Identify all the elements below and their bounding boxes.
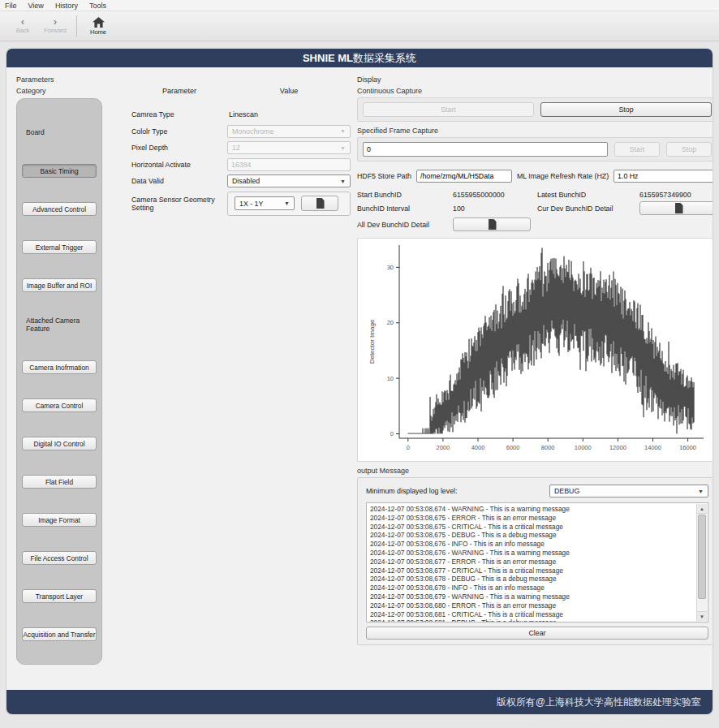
sensor-geometry-detail-button[interactable] [301, 196, 338, 211]
document-icon [488, 219, 497, 230]
category-button-transport-layer[interactable]: Transport Layer [22, 589, 97, 603]
category-button-file-access-control[interactable]: File Access Control [22, 551, 97, 565]
refresh-rate-label: ML Image Refresh Rate (HZ) [517, 172, 609, 180]
back-button[interactable]: ‹ Back [6, 18, 39, 34]
forward-button[interactable]: › Forward [39, 18, 71, 34]
camera-type-value: Linescan [227, 110, 351, 118]
pixel-depth-label: Pixel Depth [131, 144, 227, 152]
category-button-basic-timing[interactable]: Basic Timing [22, 164, 97, 178]
log-entry: 2024-12-07 00:53:08,677 - CRITICAL - Thi… [370, 566, 695, 575]
all-dev-bunchid-detail-button[interactable] [453, 218, 531, 231]
color-type-label: Cololr Type [131, 127, 227, 136]
cur-dev-bunchid-detail-button[interactable] [639, 201, 713, 215]
log-scrollbar[interactable]: ▲ ▼ [696, 504, 707, 621]
param-row-sensor-geometry: Camera Sensor Geometry Setting 1X - 1Y ▼ [131, 190, 351, 218]
specified-frame-input[interactable] [363, 142, 608, 157]
data-valid-value: Disabled [232, 177, 260, 185]
copyright-text: 版权所有@上海科技大学高性能数据处理实验室 [497, 696, 701, 709]
parameter-table: Parameter Value Camrea Type Linescan Col… [131, 87, 351, 665]
chevron-down-icon: ▼ [284, 200, 290, 206]
scroll-down-icon[interactable]: ▼ [697, 611, 707, 621]
cur-dev-bunchid-label: Cur Dev BunchID Detail [537, 205, 639, 213]
display-label: Display [357, 75, 713, 84]
svg-text:8000: 8000 [540, 444, 554, 451]
hdf5-path-label: HDF5 Store Path [357, 172, 411, 180]
category-column: Category Board Basic Timing Advanced Con… [16, 87, 115, 665]
log-entry: 2024-12-07 00:53:08,675 - CRITICAL - Thi… [370, 523, 695, 532]
category-button-image-buffer-roi[interactable]: Image Buffer and ROI [22, 278, 97, 292]
svg-text:30: 30 [386, 264, 393, 271]
scrollbar-thumb[interactable] [698, 515, 706, 599]
category-panel: Board Basic Timing Advanced Control Exte… [16, 98, 102, 665]
param-row-camera-type: Camrea Type Linescan [131, 106, 351, 123]
svg-text:4000: 4000 [471, 444, 484, 451]
menu-file[interactable]: File [5, 2, 17, 10]
continuous-start-button: Start [363, 102, 534, 117]
category-button-image-format[interactable]: Image Format [22, 513, 97, 527]
horizontal-activate-field [227, 158, 351, 171]
log-entry: 2024-12-07 00:53:08,680 - ERROR - This i… [370, 601, 695, 610]
refresh-rate-input[interactable] [614, 170, 713, 183]
menu-tools[interactable]: Tools [89, 2, 106, 10]
specified-frame-strip: Start Stop [357, 137, 713, 162]
parameter-column-header: Parameter [131, 87, 227, 95]
param-row-data-valid: Data Valid Disabled ▼ [131, 173, 351, 190]
menu-history[interactable]: History [55, 2, 78, 10]
continuous-capture-label: Continuous Capture [357, 87, 713, 95]
data-valid-label: Data Valid [131, 177, 227, 185]
detector-image-chart: 0200040006000800010000120001400016000010… [357, 238, 713, 462]
continuous-stop-button[interactable]: Stop [540, 102, 712, 117]
svg-text:12000: 12000 [609, 444, 626, 451]
category-button-external-trigger[interactable]: External Trigger [22, 240, 97, 254]
start-bunchid-value: 6155955000000 [453, 191, 537, 199]
document-icon [674, 203, 683, 213]
svg-text:14000: 14000 [644, 444, 661, 451]
display-section: Display Continuous Capture Start Stop Sp… [357, 75, 713, 687]
log-entry: 2024-12-07 00:53:08,676 - WARNING - This… [370, 549, 695, 558]
svg-text:10000: 10000 [574, 444, 591, 451]
hdf5-path-input[interactable] [416, 170, 512, 183]
app-footer: 版权所有@上海科技大学高性能数据处理实验室 [6, 690, 713, 714]
clear-log-button[interactable]: Clear [366, 627, 708, 640]
bunchid-interval-value: 100 [453, 205, 537, 213]
param-row-color-type: Cololr Type Monochrome ▼ [131, 123, 351, 140]
category-button-camera-information[interactable]: Camera Inofrmation [22, 360, 97, 374]
camera-type-label: Camrea Type [131, 110, 227, 118]
category-button-digital-io-control[interactable]: Digital IO Control [22, 437, 97, 450]
log-entry: 2024-12-07 00:53:08,681 - CRITICAL - Thi… [370, 610, 695, 619]
data-valid-dropdown[interactable]: Disabled ▼ [227, 174, 351, 187]
content-area: Parameters Category Board Basic Timing A… [6, 67, 713, 690]
chevron-down-icon: ▼ [698, 489, 704, 494]
log-entry: 2024-12-07 00:53:08,676 - INFO - This is… [370, 540, 695, 549]
category-button-advanced-control[interactable]: Advanced Control [22, 202, 97, 216]
sensor-geometry-dropdown[interactable]: 1X - 1Y ▼ [235, 196, 295, 210]
category-button-camera-control[interactable]: Camera Control [22, 398, 97, 412]
parameters-label: Parameters [16, 75, 357, 84]
main-frame: SHNIE ML数据采集系统 Parameters Category Board… [6, 49, 713, 714]
category-button-acquisition-transfer[interactable]: Acquisition and Transfer [22, 627, 97, 641]
category-button-flat-field[interactable]: Flat Field [22, 475, 97, 489]
log-level-dropdown[interactable]: DEBUG ▼ [549, 485, 708, 498]
storage-settings-row: HDF5 Store Path ML Image Refresh Rate (H… [357, 170, 713, 183]
log-entry: 2024-12-07 00:53:08,674 - WARNING - This… [370, 505, 695, 514]
log-list[interactable]: 2024-12-07 00:53:08,674 - WARNING - This… [366, 502, 708, 622]
output-message-label: output Message [357, 467, 713, 475]
scroll-up-icon[interactable]: ▲ [697, 504, 707, 514]
pixel-depth-dropdown: 12 ▼ [227, 141, 351, 154]
chevron-down-icon: ▼ [340, 128, 346, 134]
category-label: Category [16, 87, 115, 95]
forward-icon: › [54, 18, 57, 26]
chevron-down-icon: ▼ [340, 179, 346, 184]
back-icon: ‹ [21, 18, 24, 26]
home-button[interactable]: Home [82, 17, 114, 36]
svg-text:0: 0 [390, 430, 393, 437]
log-entry: 2024-12-07 00:53:08,675 - ERROR - This i… [370, 514, 695, 523]
toolbar-separator [76, 15, 77, 37]
menu-view[interactable]: View [28, 2, 44, 10]
forward-label: Forward [44, 27, 67, 34]
app-title-en: SHNIE ML [303, 52, 353, 64]
nav-toolbar: ‹ Back › Forward Home [0, 11, 719, 41]
log-entry: 2024-12-07 00:53:08,681 - DEBUG - This i… [370, 618, 695, 622]
log-entry: 2024-12-07 00:53:08,678 - DEBUG - This i… [370, 575, 695, 584]
output-message-panel: Minimum displayed log level: DEBUG ▼ 202… [357, 477, 713, 645]
